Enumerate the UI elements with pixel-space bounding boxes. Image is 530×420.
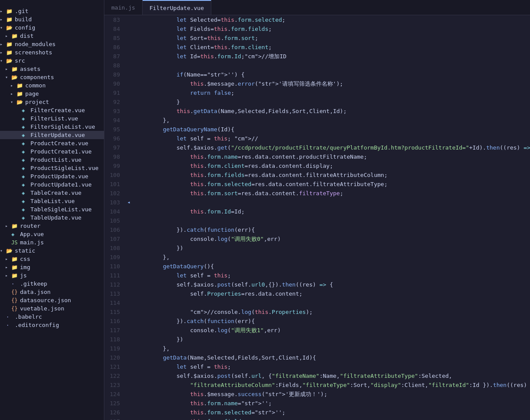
code-line: 102 this.form.sort=res.data.content.filt… <box>104 189 530 198</box>
code-editor: 83 let Selected=this.form.selected;84 le… <box>104 15 530 420</box>
code-line: 109 }, <box>104 253 530 262</box>
line-content: self.$axios.post(self.url0,{}).then((res… <box>132 280 530 289</box>
tree-item-TableList.vue[interactable]: ◈TableList.vue <box>0 197 104 205</box>
tree-item-dist[interactable]: ▸📁dist <box>0 32 104 40</box>
tree-item-assets[interactable]: ▸📁assets <box>0 65 104 73</box>
line-content: let Selected=this.form.selected; <box>132 15 530 24</box>
tree-item-css[interactable]: ▸📁css <box>0 255 104 263</box>
tree-item-build[interactable]: ▸📁build <box>0 15 104 23</box>
tree-label: css <box>20 256 30 262</box>
line-content: }) <box>132 243 530 253</box>
line-content: return false; <box>132 88 530 97</box>
tree-item-config[interactable]: ▾📂config <box>0 23 104 32</box>
tree-item-FilterCreate.vue[interactable]: ◈FilterCreate.vue <box>0 106 104 114</box>
json-file-icon: {} <box>11 289 18 295</box>
line-number: 90 <box>104 79 125 88</box>
line-content: let self = this; "cm">// <box>132 134 530 143</box>
tree-item-static[interactable]: ▾📂static <box>0 247 104 255</box>
line-number: 102 <box>104 189 125 198</box>
tree-item-ProductCreate1.vue[interactable]: ◈ProductCreate1.vue <box>0 147 104 156</box>
line-number: 103 <box>104 198 125 207</box>
code-line: 106 }).catch(function(err){ <box>104 225 530 234</box>
code-line: 85 let Sort=this.form.sort; <box>104 33 530 43</box>
tree-item-main.js-src[interactable]: JSmain.js <box>0 238 104 247</box>
line-content: this.form.fields=res.data.content.filtra… <box>132 170 530 180</box>
line-number: 89 <box>104 70 125 79</box>
code-line: 122 self.$axios.post(self.url, {"filtrat… <box>104 371 530 380</box>
code-line: 115 "cm">//console.log(this.Properties); <box>104 307 530 317</box>
line-fold <box>125 344 132 353</box>
vue-file-icon: ◈ <box>22 157 29 163</box>
line-fold <box>125 207 132 216</box>
tree-item-FilterList.vue[interactable]: ◈FilterList.vue <box>0 114 104 123</box>
tree-item-ProductUpdate1.vue[interactable]: ◈ProductUpdate1.vue <box>0 180 104 189</box>
tree-item-.babelrc[interactable]: ·.babelrc <box>0 313 104 321</box>
tree-item-data.json[interactable]: {}data.json <box>0 288 104 296</box>
tree-item-components[interactable]: ▾📂components <box>0 73 104 81</box>
line-content: console.log("调用失败0",err) <box>132 234 530 243</box>
tree-item-ProductCreate.vue[interactable]: ◈ProductCreate.vue <box>0 139 104 147</box>
tab-FilterUpdate-vue[interactable]: FilterUpdate.vue <box>143 0 211 15</box>
tree-item-git[interactable]: ▸📁.git <box>0 7 104 15</box>
line-number: 107 <box>104 234 125 243</box>
tree-item-project[interactable]: ▾📂project <box>0 98 104 106</box>
tree-label: datasource.json <box>20 297 71 303</box>
tree-label: static <box>15 247 35 254</box>
tree-item-router[interactable]: ▸📁router <box>0 222 104 230</box>
line-fold <box>125 243 132 253</box>
vue-file-icon: ◈ <box>22 173 29 180</box>
line-number: 94 <box>104 116 125 125</box>
line-number: 93 <box>104 107 125 116</box>
tree-item-img[interactable]: ▸📁img <box>0 263 104 271</box>
tree-label: data.json <box>20 289 50 295</box>
line-number: 123 <box>104 380 125 390</box>
vue-file-icon: ◈ <box>22 182 29 188</box>
tree-item-TableUpdate.vue[interactable]: ◈TableUpdate.vue <box>0 213 104 222</box>
vue-file-icon: ◈ <box>22 198 29 204</box>
tree-item-ProductSigleList.vue[interactable]: ◈ProductSigleList.vue <box>0 164 104 172</box>
line-content: }) <box>132 335 530 344</box>
tree-item-common[interactable]: ▸📁common <box>0 81 104 90</box>
line-fold <box>125 189 132 198</box>
tree-item-.gitkeep[interactable]: ·.gitkeep <box>0 280 104 288</box>
code-line: 116 }).catch(function(err){ <box>104 317 530 326</box>
line-number: 83 <box>104 15 125 24</box>
tree-item-src[interactable]: ▾📂src <box>0 57 104 65</box>
tree-item-node_modules[interactable]: ▸📁node_modules <box>0 40 104 48</box>
line-fold <box>125 353 132 362</box>
tree-item-js[interactable]: ▸📁js <box>0 271 104 280</box>
tree-item-TableSigleList.vue[interactable]: ◈TableSigleList.vue <box>0 205 104 213</box>
folder-icon: 📂 <box>17 99 23 105</box>
line-number: 101 <box>104 180 125 189</box>
line-number: 117 <box>104 326 125 335</box>
line-fold <box>125 97 132 107</box>
tree-item-vuetable.json[interactable]: {}vuetable.json <box>0 304 104 313</box>
tree-item-screenshots[interactable]: ▸📁screenshots <box>0 48 104 57</box>
file-icon: · <box>6 322 13 328</box>
tree-item-ProductList.vue[interactable]: ◈ProductList.vue <box>0 156 104 164</box>
tree-item-.editorconfig[interactable]: ·.editorconfig <box>0 321 104 329</box>
tree-item-TableCreate.vue[interactable]: ◈TableCreate.vue <box>0 189 104 197</box>
folder-icon: 📁 <box>11 66 18 72</box>
vue-file-icon: ◈ <box>22 207 29 213</box>
line-content: this.form.fields= <box>132 417 530 420</box>
line-content: "filtrateAttributeColumn":Fields,"filtra… <box>132 380 530 390</box>
code-line: 120 getData(Name,Selected,Fields,Sort,Cl… <box>104 353 530 362</box>
tree-item-datasource.json[interactable]: {}datasource.json <box>0 296 104 304</box>
tree-label: ProductList.vue <box>30 157 81 163</box>
line-content: }).catch(function(err){ <box>132 225 530 234</box>
tab-bar: main.jsFilterUpdate.vue <box>104 0 530 15</box>
line-fold <box>125 170 132 180</box>
tree-label: js <box>20 272 27 279</box>
tab-main-js[interactable]: main.js <box>104 0 143 15</box>
tree-item-App.vue[interactable]: ◈App.vue <box>0 230 104 238</box>
line-content: } <box>132 97 530 107</box>
tree-item-FilterUpdate.vue[interactable]: ◈FilterUpdate.vue <box>0 131 104 139</box>
tree-label: TableSigleList.vue <box>30 206 92 213</box>
folder-icon: 📁 <box>11 223 18 229</box>
tree-item-page[interactable]: ▸📁page <box>0 90 104 98</box>
code-line: 83 let Selected=this.form.selected; <box>104 15 530 24</box>
tree-item-FilterSigleList.vue[interactable]: ◈FilterSigleList.vue <box>0 123 104 131</box>
line-fold <box>125 298 132 307</box>
tree-item-ProductUpdate.vue[interactable]: ◈ProductUpdate.vue <box>0 172 104 180</box>
